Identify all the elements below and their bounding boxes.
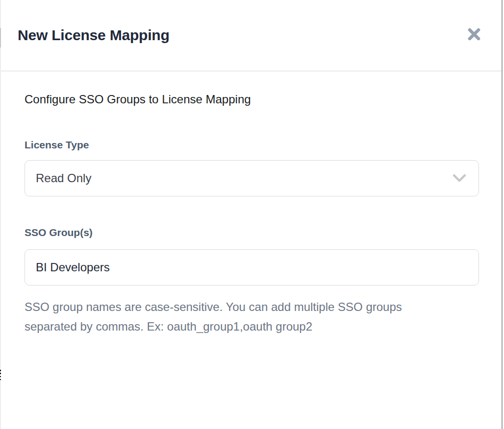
- modal-header: New License Mapping: [1, 0, 502, 72]
- help-text-line: SSO group names are case-sensitive. You …: [25, 297, 480, 317]
- modal-intro-text: Configure SSO Groups to License Mapping: [25, 92, 480, 107]
- modal-body: Configure SSO Groups to License Mapping …: [1, 72, 502, 429]
- sso-groups-label: SSO Group(s): [25, 227, 480, 238]
- window-right-edge: [502, 0, 503, 429]
- license-type-select[interactable]: Read Only: [25, 160, 479, 196]
- sso-groups-input[interactable]: [25, 249, 479, 286]
- close-button[interactable]: [464, 24, 484, 44]
- sso-groups-help-text: SSO group names are case-sensitive. You …: [25, 297, 480, 336]
- modal-title: New License Mapping: [18, 27, 170, 44]
- license-type-label: License Type: [25, 139, 480, 151]
- chevron-down-icon: [453, 174, 466, 182]
- help-text-line: separated by commas. Ex: oauth_group1,oa…: [25, 317, 480, 336]
- close-icon: [466, 26, 482, 42]
- license-type-selected-value: Read Only: [36, 171, 453, 185]
